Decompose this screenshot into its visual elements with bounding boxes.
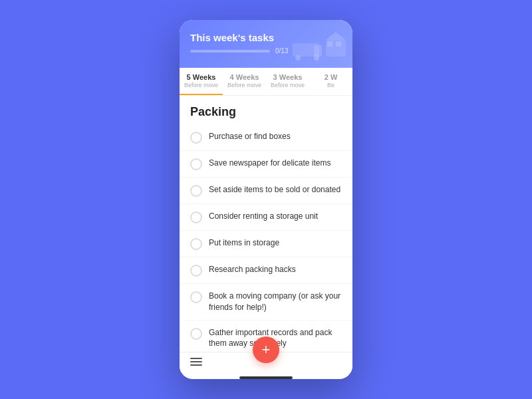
task-item-4[interactable]: Consider renting a storage unit [180,204,352,231]
hamburger-line-1 [190,358,202,359]
task-item-2[interactable]: Save newspaper for delicate items [180,151,352,178]
bottom-bar: + [180,352,352,372]
task-checkbox-5[interactable] [190,238,202,250]
task-checkbox-6[interactable] [190,265,202,277]
task-checkbox-8[interactable] [190,328,202,340]
task-checkbox-4[interactable] [190,211,202,223]
fab-plus-icon: + [262,342,271,357]
progress-bar-bg [190,50,270,53]
tab-3-weeks-label: 3 Weeks [270,73,305,81]
task-text-3: Set aside items to be sold or donated [209,184,340,196]
task-text-4: Consider renting a storage unit [209,211,318,222]
task-text-1: Purchase or find boxes [209,131,291,142]
content-area: Packing Purchase or find boxes Save news… [180,96,352,352]
header: This week's tasks 0/13 [180,20,352,68]
task-item-1[interactable]: Purchase or find boxes [180,124,352,151]
phone-container: This week's tasks 0/13 5 Weeks Before mo… [180,20,352,379]
task-checkbox-3[interactable] [190,185,202,197]
tab-2-weeks[interactable]: 2 W Be [309,68,352,95]
task-item-5[interactable]: Put items in storage [180,231,352,257]
tab-4-weeks-sublabel: Before move [227,82,262,88]
task-text-7: Book a moving company (or ask your frien… [209,291,342,313]
tab-3-weeks[interactable]: 3 Weeks Before move [266,68,309,95]
tab-4-weeks[interactable]: 4 Weeks Before move [223,68,266,95]
svg-marker-3 [326,32,346,40]
task-checkbox-1[interactable] [190,132,202,144]
svg-rect-5 [314,45,322,57]
svg-rect-1 [327,41,332,47]
task-item-6[interactable]: Research packing hacks [180,257,352,284]
svg-point-6 [295,55,301,61]
tab-5-weeks-sublabel: Before move [184,82,219,88]
task-checkbox-7[interactable] [190,291,202,303]
tab-3-weeks-sublabel: Before move [270,82,305,88]
bottom-home-indicator [239,376,293,379]
task-item-7[interactable]: Book a moving company (or ask your frien… [180,284,352,321]
task-text-2: Save newspaper for delicate items [209,158,331,169]
hamburger-line-2 [190,361,202,362]
tab-4-weeks-label: 4 Weeks [227,73,262,81]
hamburger-line-3 [190,364,202,366]
task-checkbox-2[interactable] [190,158,202,170]
task-item-3[interactable]: Set aside items to be sold or donated [180,178,352,204]
hamburger-menu-icon[interactable] [190,358,202,366]
tab-2-weeks-label: 2 W [313,73,348,81]
tabs-container: 5 Weeks Before move 4 Weeks Before move … [180,68,352,96]
tab-5-weeks-label: 5 Weeks [184,73,219,81]
tab-5-weeks[interactable]: 5 Weeks Before move [180,68,223,95]
packing-section-title: Packing [180,96,352,124]
svg-point-7 [314,55,319,61]
task-text-5: Put items in storage [209,237,279,249]
tab-2-weeks-sublabel: Be [313,82,348,88]
svg-rect-2 [336,41,341,47]
fab-add-button[interactable]: + [253,336,279,363]
task-text-6: Research packing hacks [209,264,296,275]
